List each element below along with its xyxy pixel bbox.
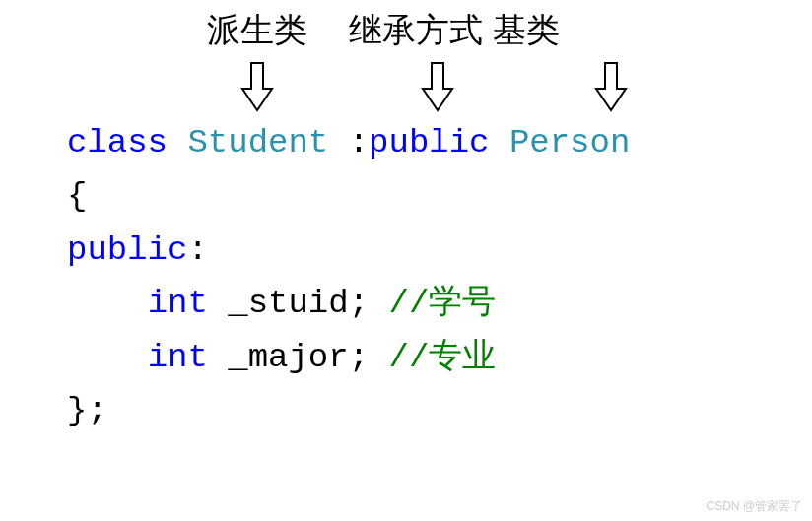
open-brace: {	[67, 177, 87, 215]
arrow-down-icon	[238, 61, 276, 116]
type-person: Person	[509, 124, 630, 162]
arrows-row	[0, 61, 812, 116]
arrow-down-icon	[419, 61, 456, 116]
type-student: Student	[187, 124, 328, 162]
member-colon: :	[187, 231, 207, 269]
comment-stuid: //学号	[388, 285, 496, 322]
indent	[67, 285, 148, 322]
arrow-down-icon	[592, 61, 630, 116]
keyword-public-member: public	[67, 231, 187, 269]
semicolon-1: ;	[349, 285, 369, 322]
label-base-class: 基类	[493, 8, 560, 53]
colon: :	[328, 124, 369, 162]
annotation-labels: 派生类 继承方式 基类	[0, 8, 812, 53]
member-major: _major	[228, 339, 348, 376]
close-brace: };	[67, 392, 107, 429]
label-inheritance-mode: 继承方式	[349, 8, 483, 53]
keyword-public: public	[369, 124, 489, 162]
keyword-class: class	[67, 124, 168, 162]
member-stuid: _stuid	[228, 285, 348, 322]
semicolon-2: ;	[349, 339, 369, 376]
comment-major: //专业	[388, 339, 496, 376]
label-derived-class: 派生类	[207, 8, 307, 53]
type-int-2: int	[148, 339, 208, 376]
indent	[67, 339, 148, 376]
annotation-row: 派生类 继承方式 基类	[0, 8, 812, 116]
watermark: CSDN @管家罢了	[706, 498, 802, 515]
code-block: class Student :public Person { public: i…	[67, 116, 630, 437]
type-int-1: int	[148, 285, 208, 322]
